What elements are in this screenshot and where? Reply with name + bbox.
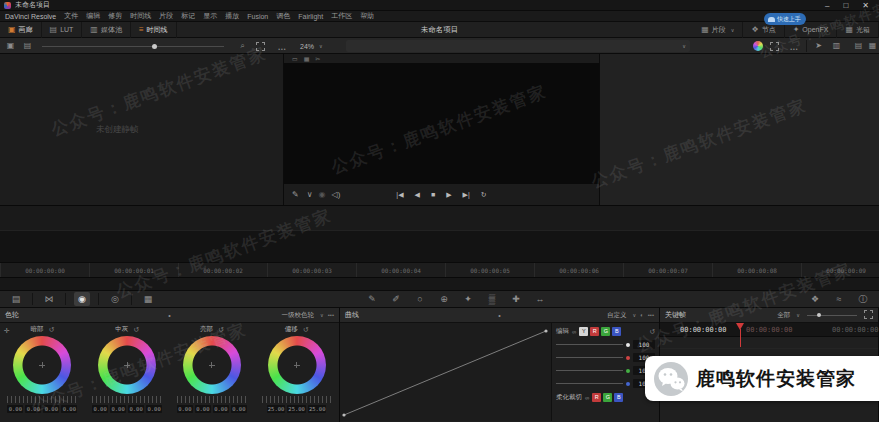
reset-icon[interactable]: ↺ xyxy=(48,326,54,334)
unmix-icon[interactable]: ▭ xyxy=(292,55,298,62)
gallery-panel[interactable]: 未创建静帧 xyxy=(0,54,284,205)
info-icon[interactable]: ⓘ xyxy=(855,292,871,306)
qualifier-icon[interactable]: ✐ xyxy=(388,292,404,306)
color-wheel-0[interactable] xyxy=(13,336,71,394)
expand-gallery-icon[interactable] xyxy=(256,42,269,54)
reset-icon[interactable]: ↺ xyxy=(133,326,139,334)
menu-item-9[interactable]: Fusion xyxy=(247,13,268,20)
stills-album-icon[interactable]: ▣ xyxy=(4,40,17,52)
keyframes-filter-dropdown[interactable]: 全部 xyxy=(777,311,790,320)
skip-start-button[interactable]: |◀ xyxy=(396,191,403,199)
slider-track[interactable] xyxy=(556,383,623,384)
playhead-marker[interactable] xyxy=(736,323,745,332)
softclip-button-B[interactable]: B xyxy=(614,393,623,402)
blur-icon[interactable]: ▒ xyxy=(484,292,500,306)
keyframes-timecode-bar[interactable]: 00:00:00:00 00:00:00:00 00:00:00:00 xyxy=(660,323,878,337)
ab-compare-icon[interactable]: ▥ xyxy=(830,40,843,52)
bypass-grades-icon[interactable] xyxy=(753,41,763,51)
channel-value[interactable]: 100 xyxy=(633,340,655,349)
node-graph-panel[interactable] xyxy=(600,54,879,205)
channel-button-R[interactable]: R xyxy=(590,327,599,336)
rgb-mixer-icon[interactable]: ▦ xyxy=(140,292,156,306)
scopes-icon[interactable]: ≈ xyxy=(831,292,847,306)
keyframes-zoom-slider[interactable] xyxy=(807,315,857,316)
slider-track[interactable] xyxy=(556,357,623,358)
color-match-icon[interactable]: ⋈ xyxy=(41,292,57,306)
gang-chain-icon[interactable]: ∞ xyxy=(585,395,589,401)
menu-item-7[interactable]: 显示 xyxy=(203,11,217,21)
magic-mask-icon[interactable]: ✦ xyxy=(460,292,476,306)
wheel-value[interactable]: 25.00 xyxy=(308,405,327,413)
clip-thumbnail-strip[interactable] xyxy=(0,205,879,230)
expand-viewer-icon[interactable] xyxy=(770,42,783,54)
slider-track[interactable] xyxy=(556,344,623,345)
wheel-value[interactable]: 0.00 xyxy=(25,405,41,413)
chevron-down-icon[interactable]: ∨ xyxy=(632,312,636,318)
slider-track[interactable] xyxy=(556,370,623,371)
slider-dot[interactable] xyxy=(626,382,630,386)
topbar-button-0[interactable]: ▣画廊 xyxy=(0,22,42,38)
hdr-grade-icon[interactable]: ◎ xyxy=(107,292,123,306)
master-wheel-slider-2[interactable] xyxy=(177,396,247,403)
wheel-value[interactable]: 0.00 xyxy=(146,405,162,413)
power-window-icon[interactable]: ○ xyxy=(412,292,428,306)
sizing-icon[interactable]: ↔ xyxy=(532,292,548,306)
topbar-right-button-0[interactable]: ▦片段∨ xyxy=(693,22,743,38)
color-picker-icon[interactable]: ✛ xyxy=(4,327,10,335)
menu-item-11[interactable]: Fairlight xyxy=(298,13,323,20)
wheel-value[interactable]: 0.00 xyxy=(110,405,126,413)
reset-icon[interactable]: ↺ xyxy=(218,326,224,334)
menu-item-2[interactable]: 编辑 xyxy=(86,11,100,21)
menu-item-12[interactable]: 工作区 xyxy=(331,11,352,21)
menu-item-13[interactable]: 帮助 xyxy=(360,11,374,21)
mini-timeline[interactable] xyxy=(0,230,879,262)
wheel-value[interactable]: 0.00 xyxy=(195,405,211,413)
wipe-mode-icon[interactable]: ▦ xyxy=(866,40,879,52)
channel-button-G[interactable]: G xyxy=(601,327,610,336)
topbar-right-button-3[interactable]: ▦光箱 xyxy=(837,22,879,38)
skip-end-button[interactable]: ▶| xyxy=(463,191,470,199)
master-wheel-slider-0[interactable] xyxy=(7,396,77,403)
slider-dot[interactable] xyxy=(626,369,630,373)
effects-icon[interactable]: ❖ xyxy=(807,292,823,306)
gang-chain-icon[interactable]: ∞ xyxy=(572,329,576,335)
wheel-value[interactable]: 0.00 xyxy=(92,405,108,413)
slider-dot[interactable] xyxy=(626,343,630,347)
loop-button[interactable]: ↻ xyxy=(481,191,487,199)
wheel-value[interactable]: 0.00 xyxy=(231,405,247,413)
wheel-value[interactable]: 0.00 xyxy=(213,405,229,413)
menu-item-5[interactable]: 片段 xyxy=(159,11,173,21)
menu-item-6[interactable]: 标记 xyxy=(181,11,195,21)
wheel-value[interactable]: 0.00 xyxy=(7,405,23,413)
menu-item-10[interactable]: 调色 xyxy=(276,11,290,21)
magnifier-icon[interactable]: ⌕ xyxy=(236,40,249,52)
chevron-down-icon[interactable]: ∨ xyxy=(320,312,324,318)
menu-item-1[interactable]: 文件 xyxy=(64,11,78,21)
unmix-eye-icon[interactable]: ◉ xyxy=(319,190,326,199)
curves-options-icon[interactable]: ••• xyxy=(648,312,654,318)
viewer-zoom-select[interactable]: 24% ∨ xyxy=(300,40,323,52)
wheel-value[interactable]: 0.00 xyxy=(43,405,59,413)
split-screen-icon[interactable]: ▦ xyxy=(304,55,310,62)
curves-tool-icon[interactable]: ✎ xyxy=(364,292,380,306)
tracker-icon[interactable]: ⊕ xyxy=(436,292,452,306)
pointer-tool-icon[interactable]: ➤ xyxy=(812,40,825,52)
curves-mode-dropdown[interactable]: 自定义 xyxy=(607,311,627,320)
topbar-button-1[interactable]: ▤LUT xyxy=(42,22,83,38)
menu-item-3[interactable]: 修剪 xyxy=(108,11,122,21)
expand-keyframes-icon[interactable] xyxy=(864,310,873,320)
audio-speaker-icon[interactable]: ◁) xyxy=(332,190,341,199)
color-wheels-icon[interactable]: ◉ xyxy=(74,292,90,306)
color-wheel-3[interactable] xyxy=(268,336,326,394)
menu-item-8[interactable]: 播放 xyxy=(225,11,239,21)
master-wheel-slider-3[interactable] xyxy=(262,396,332,403)
topbar-button-2[interactable]: ▥媒体池 xyxy=(82,22,131,38)
reset-icon[interactable]: ↺ xyxy=(649,328,655,336)
maximize-button[interactable]: □ xyxy=(843,0,848,11)
step-back-button[interactable]: ◀ xyxy=(415,191,420,199)
wheel-value[interactable]: 0.00 xyxy=(61,405,77,413)
highlight-icon[interactable]: ▤ xyxy=(852,40,865,52)
reset-icon[interactable]: ↺ xyxy=(303,326,309,334)
key-icon[interactable]: ✚ xyxy=(508,292,524,306)
camera-raw-icon[interactable]: ▤ xyxy=(8,292,24,306)
